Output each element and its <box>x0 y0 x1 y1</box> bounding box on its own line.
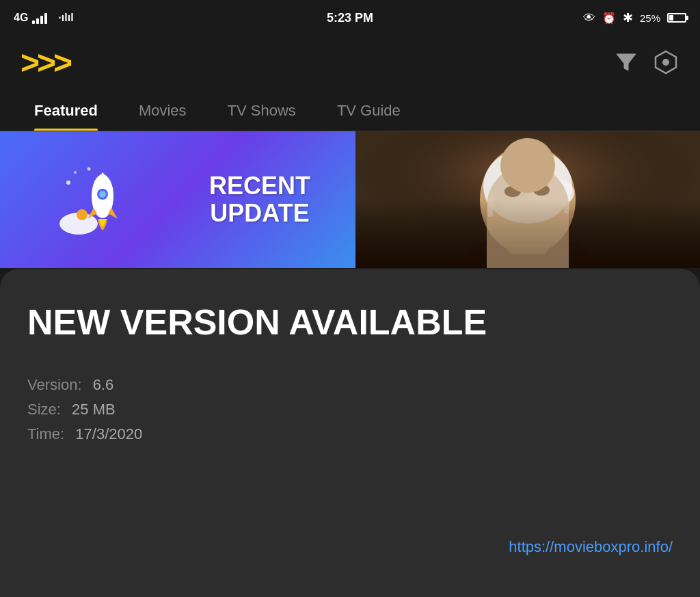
svg-point-8 <box>88 168 91 171</box>
funnel-icon <box>614 50 638 75</box>
tab-movies[interactable]: Movies <box>118 90 207 131</box>
update-text: RECENT UPDATE <box>178 172 342 226</box>
battery-percentage: 25% <box>640 12 660 24</box>
update-modal: NEW VERSION AVAILABLE Version: 6.6 Size:… <box>0 269 700 597</box>
status-bar: 4G ·ılıl 5:23 PM 👁 ⏰ ✱ 25% <box>0 0 700 36</box>
signal-bar-4 <box>44 13 47 24</box>
time-label: Time: <box>27 425 64 442</box>
content-area: RECENT UPDATE <box>0 131 700 268</box>
rocket-icon <box>55 159 137 241</box>
movie-thumbnail <box>355 131 700 268</box>
svg-point-7 <box>74 171 77 174</box>
time-row: Time: 17/3/2020 <box>27 425 673 443</box>
modal-details: Version: 6.6 Size: 25 MB Time: 17/3/2020 <box>27 376 673 443</box>
tab-tv-shows[interactable]: TV Shows <box>207 90 317 131</box>
size-row: Size: 25 MB <box>27 401 673 419</box>
app-header: >>> <box>0 36 700 90</box>
nav-tabs: Featured Movies TV Shows TV Guide <box>0 90 700 131</box>
svg-point-4 <box>99 191 106 198</box>
svg-point-6 <box>66 181 70 185</box>
svg-point-0 <box>662 59 669 66</box>
header-icons <box>614 49 679 78</box>
size-value: 25 MB <box>72 401 116 418</box>
modal-title: NEW VERSION AVAILABLE <box>27 303 673 342</box>
signal-bar-3 <box>40 16 43 24</box>
logo-chevrons: >>> <box>21 47 70 79</box>
svg-point-18 <box>504 186 521 197</box>
network-indicator: 4G <box>14 12 28 24</box>
update-title-line1: RECENT <box>178 172 342 200</box>
status-right: 👁 ⏰ ✱ 25% <box>583 10 686 25</box>
movie-figure-svg <box>355 131 700 268</box>
app-logo: >>> <box>21 47 70 79</box>
tab-tv-guide[interactable]: TV Guide <box>317 90 421 131</box>
version-row: Version: 6.6 <box>27 376 673 394</box>
battery-icon <box>667 13 686 23</box>
bluetooth-icon: ✱ <box>623 10 633 25</box>
time-value: 17/3/2020 <box>75 425 142 442</box>
network-indicator-2: ·ılıl <box>58 12 73 24</box>
signal-bar-2 <box>36 18 39 24</box>
svg-point-17 <box>500 198 555 222</box>
eye-icon: 👁 <box>583 11 595 25</box>
settings-button[interactable] <box>652 49 679 78</box>
version-label: Version: <box>27 376 82 393</box>
time-display: 5:23 PM <box>327 11 373 25</box>
rocket-area <box>14 159 178 241</box>
size-label: Size: <box>27 401 61 418</box>
svg-rect-20 <box>355 131 700 268</box>
clock-icon: ⏰ <box>602 12 616 25</box>
movie-card[interactable] <box>355 131 700 268</box>
version-value: 6.6 <box>93 376 114 393</box>
modal-link[interactable]: https://movieboxpro.info/ <box>509 538 673 556</box>
update-title-line2: UPDATE <box>178 200 342 227</box>
svg-rect-12 <box>507 213 548 254</box>
svg-point-5 <box>77 209 88 220</box>
signal-bars <box>32 12 47 24</box>
filter-button[interactable] <box>614 50 638 77</box>
hex-icon <box>652 49 679 76</box>
recent-update-card[interactable]: RECENT UPDATE <box>0 131 355 268</box>
tab-featured[interactable]: Featured <box>14 90 118 131</box>
svg-point-19 <box>533 185 550 196</box>
signal-bar-1 <box>32 21 35 24</box>
status-left: 4G ·ılıl <box>14 12 74 24</box>
